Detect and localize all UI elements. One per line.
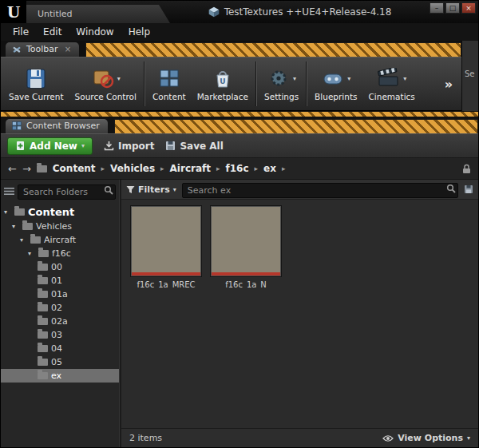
blueprints-icon [321, 68, 345, 89]
breadcrumb-separator: ▸ [160, 165, 164, 172]
asset-tile[interactable]: f16c_1a_N [209, 206, 283, 289]
dock-stripes [85, 42, 461, 57]
save-all-button[interactable]: Save All [165, 141, 223, 152]
sources-toggle-icon[interactable] [4, 187, 14, 196]
menu-edit[interactable]: Edit [36, 25, 69, 39]
source-control-button[interactable]: ▾ Source Control [69, 64, 142, 104]
menu-window[interactable]: Window [69, 25, 121, 39]
editor-window: U Untitled TestTextures ++UE4+Release-4.… [0, 0, 479, 448]
asset-tile[interactable]: f16c_1a_MREC [129, 206, 203, 289]
view-options-label: View Options [398, 433, 463, 443]
content-button[interactable]: Content [147, 64, 192, 104]
tree-item-label: Vehicles [36, 221, 72, 232]
menu-help[interactable]: Help [121, 25, 157, 39]
add-new-button[interactable]: Add New ▾ [7, 137, 93, 155]
maximize-button[interactable]: □ [445, 2, 460, 14]
tree-item-label: 04 [51, 343, 62, 354]
marketplace-bag-icon: U [211, 68, 235, 89]
view-options-button[interactable]: View Options ▾ [382, 433, 470, 443]
tree-item-content[interactable]: ▾ Content [1, 204, 119, 220]
marketplace-button[interactable]: U Marketplace [192, 64, 254, 104]
content-browser-action-bar: Add New ▾ Import Save All [1, 134, 478, 158]
filters-label: Filters [138, 184, 170, 195]
forward-button[interactable]: → [22, 164, 31, 174]
tree-item-label: Content [28, 206, 74, 218]
lock-icon[interactable] [462, 164, 471, 174]
tree-item-01[interactable]: 01 [1, 274, 119, 287]
tree-item-label: 01 [51, 276, 62, 286]
breadcrumb-content[interactable]: Content [53, 163, 96, 174]
tree-item-f16c[interactable]: ▾ f16c [1, 247, 119, 260]
tree-item-02a[interactable]: 02a [1, 315, 119, 328]
tree-item-vehicles[interactable]: ▾ Vehicles [1, 220, 119, 233]
content-browser-tab[interactable]: Content Browser [6, 119, 108, 133]
content-browser-tab-row: Content Browser [1, 117, 478, 133]
menu-file[interactable]: File [6, 25, 36, 39]
folder-icon [38, 291, 48, 298]
minimize-button[interactable]: – [430, 2, 444, 14]
search-icon [104, 185, 113, 195]
breadcrumb-ex[interactable]: ex [263, 163, 276, 174]
breadcrumb-separator: ▸ [101, 165, 105, 172]
tree-item-05[interactable]: 05 [1, 355, 119, 369]
filters-button[interactable]: Filters ▾ [126, 184, 176, 195]
folder-icon [38, 304, 48, 311]
save-current-button[interactable]: Save Current [3, 64, 69, 104]
tree-item-aircraft[interactable]: ▾ Aircraft [1, 233, 119, 247]
save-search-icon[interactable] [464, 184, 473, 194]
content-drawer-icon [157, 68, 181, 89]
tree-item-01a[interactable]: 01a [1, 287, 119, 301]
tree-item-label: 05 [51, 357, 62, 367]
close-icon[interactable]: × [65, 45, 71, 54]
texture-thumbnail [131, 206, 201, 276]
document-tab-untitled[interactable]: Untitled [26, 5, 170, 23]
back-button[interactable]: ← [8, 164, 17, 174]
close-button[interactable]: × [461, 2, 476, 14]
import-button[interactable]: Import [104, 141, 154, 152]
toolbar-region: Toolbar × Save Current [1, 41, 478, 111]
folder-icon [38, 345, 48, 352]
folder-icon [38, 372, 48, 379]
cinematics-button[interactable]: ▾ Cinematics [363, 64, 421, 104]
tree-item-label: 02 [51, 303, 62, 313]
floppy-disk-icon [24, 68, 48, 89]
toolbar-overflow-button[interactable]: » [438, 77, 459, 92]
folders-search-input[interactable] [18, 184, 116, 200]
document-tab-label: Untitled [38, 9, 73, 19]
toolbar-separator [144, 61, 145, 106]
title-bar: U Untitled TestTextures ++UE4+Release-4.… [1, 1, 478, 23]
chevron-down-icon: ▾ [81, 142, 85, 149]
folders-searchbox [18, 183, 116, 200]
clapperboard-icon [377, 68, 401, 89]
folder-icon [38, 264, 48, 271]
breadcrumb: ← → Content ▸ Vehicles ▸ Aircraft ▸ f16c… [1, 158, 478, 180]
tree-item-00[interactable]: 00 [1, 260, 119, 274]
chevron-down-icon: ▾ [20, 236, 27, 244]
gear-icon [267, 68, 291, 89]
dock-stripes [1, 111, 478, 117]
marketplace-label: Marketplace [197, 92, 248, 101]
sources-panel: ▾ Content ▾ Vehicles ▾ Aircraft [1, 180, 119, 447]
docked-side-panel-edge[interactable]: Se [461, 41, 478, 111]
side-panel-clipped-label: Se [465, 69, 475, 78]
wrench-icon [12, 45, 22, 54]
funnel-icon [126, 185, 135, 194]
breadcrumb-aircraft[interactable]: Aircraft [170, 163, 211, 174]
folder-icon [30, 236, 41, 244]
add-new-label: Add New [30, 141, 77, 152]
toolbar-tab[interactable]: Toolbar × [6, 42, 79, 57]
floppy-disk-icon [165, 141, 176, 151]
asset-search-input[interactable] [182, 183, 458, 198]
breadcrumb-f16c[interactable]: f16c [226, 163, 249, 174]
tree-item-04[interactable]: 04 [1, 342, 119, 355]
blueprints-button[interactable]: ▾ Blueprints [309, 64, 362, 104]
search-icon [446, 184, 456, 193]
tree-item-02[interactable]: 02 [1, 301, 119, 315]
asset-name: f16c_1a_N [225, 280, 267, 289]
breadcrumb-vehicles[interactable]: Vehicles [110, 163, 155, 174]
tree-item-label: 02a [51, 316, 68, 327]
settings-button[interactable]: ▾ Settings [259, 64, 304, 104]
tree-item-ex[interactable]: ex [1, 369, 119, 383]
tree-item-03[interactable]: 03 [1, 328, 119, 342]
asset-name: f16c_1a_MREC [137, 280, 195, 289]
